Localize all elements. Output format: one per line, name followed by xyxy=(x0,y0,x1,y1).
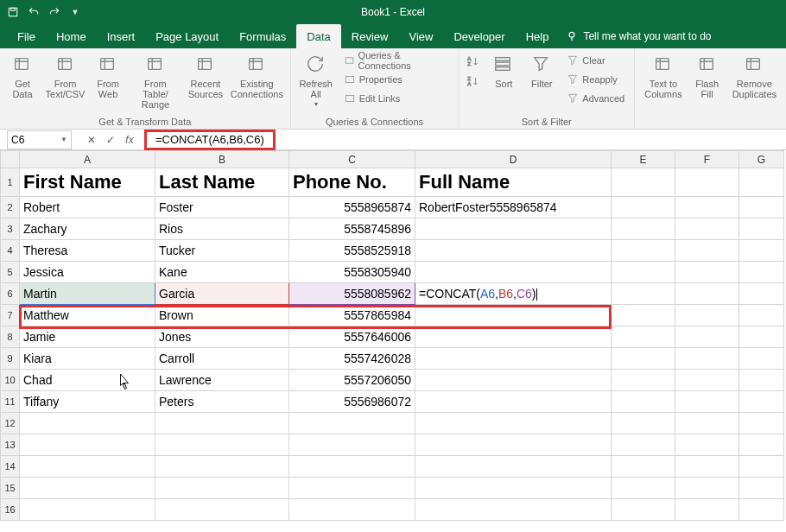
cell-F9[interactable] xyxy=(675,348,739,370)
cell-B13[interactable] xyxy=(155,434,289,456)
tab-insert[interactable]: Insert xyxy=(97,24,146,48)
cell-A3[interactable]: Zachary xyxy=(20,218,155,240)
cell-C11[interactable]: 5556986072 xyxy=(289,391,415,413)
redo-icon[interactable] xyxy=(47,4,62,20)
cell-F2[interactable] xyxy=(675,197,739,218)
cell-E3[interactable] xyxy=(612,218,675,240)
tab-view[interactable]: View xyxy=(398,24,443,48)
cell-A5[interactable]: Jessica xyxy=(20,262,155,283)
cell-D9[interactable] xyxy=(415,348,612,370)
cell-G10[interactable] xyxy=(739,370,784,391)
row-header[interactable]: 1 xyxy=(1,168,20,197)
cell-G6[interactable] xyxy=(739,283,784,305)
cell-D14[interactable] xyxy=(415,456,612,478)
cell-C8[interactable]: 5557646006 xyxy=(289,326,415,348)
cell-B10[interactable]: Lawrence xyxy=(155,370,289,391)
save-icon[interactable] xyxy=(5,4,21,20)
from-web-button[interactable]: From Web xyxy=(91,52,125,102)
cell-C13[interactable] xyxy=(289,434,415,456)
cell-A12[interactable] xyxy=(20,413,155,434)
cell-E7[interactable] xyxy=(612,305,675,326)
row-header[interactable]: 11 xyxy=(1,391,20,413)
remove-duplicates-button[interactable]: Remove Duplicates xyxy=(728,52,781,102)
cell-C4[interactable]: 5558525918 xyxy=(289,240,415,262)
cell-C6[interactable]: 5558085962 xyxy=(289,283,415,305)
cell-F15[interactable] xyxy=(675,478,739,499)
cell-C3[interactable]: 5558745896 xyxy=(289,218,415,240)
cell-E1[interactable] xyxy=(612,168,675,197)
refresh-all-button[interactable]: Refresh All▾ xyxy=(296,52,336,112)
tab-file[interactable]: File xyxy=(7,24,46,48)
cell-D16[interactable] xyxy=(415,499,612,521)
from-text-csv-button[interactable]: From Text/CSV xyxy=(43,52,87,102)
cell-F14[interactable] xyxy=(675,456,739,478)
cell-B2[interactable]: Foster xyxy=(155,197,289,218)
column-header-B[interactable]: B xyxy=(155,151,289,168)
cell-C10[interactable]: 5557206050 xyxy=(289,370,415,391)
from-table-range-button[interactable]: From Table/ Range xyxy=(129,52,182,112)
cell-E14[interactable] xyxy=(612,456,675,478)
row-header[interactable]: 15 xyxy=(1,478,20,499)
cell-A15[interactable] xyxy=(20,478,155,499)
existing-connections-button[interactable]: Existing Connections xyxy=(229,52,285,102)
undo-icon[interactable] xyxy=(26,4,41,20)
tell-me-search[interactable]: Tell me what you want to do xyxy=(566,24,711,48)
row-header[interactable]: 10 xyxy=(1,370,20,391)
cell-G5[interactable] xyxy=(739,262,784,283)
cell-C15[interactable] xyxy=(289,478,415,499)
cell-D5[interactable] xyxy=(415,262,612,283)
cell-F12[interactable] xyxy=(675,413,739,434)
cell-B15[interactable] xyxy=(155,478,289,499)
cell-E11[interactable] xyxy=(612,391,675,413)
cell-C7[interactable]: 5557865984 xyxy=(289,305,415,326)
cell-B6[interactable]: Garcia xyxy=(155,283,289,305)
cell-A10[interactable]: Chad xyxy=(20,370,155,391)
cell-D6[interactable]: =CONCAT(A6,B6,C6) xyxy=(415,283,612,305)
cell-G16[interactable] xyxy=(739,499,784,521)
cell-E10[interactable] xyxy=(612,370,675,391)
cell-D11[interactable] xyxy=(415,391,612,413)
cell-F13[interactable] xyxy=(675,434,739,456)
cell-F10[interactable] xyxy=(675,370,739,391)
name-box[interactable]: C6▼ xyxy=(7,130,72,149)
recent-sources-button[interactable]: Recent Sources xyxy=(186,52,225,102)
cell-A2[interactable]: Robert xyxy=(20,197,155,218)
tab-review[interactable]: Review xyxy=(341,24,399,48)
spreadsheet-grid[interactable]: ABCDEFG 1First NameLast NamePhone No.Ful… xyxy=(0,150,784,521)
column-header-C[interactable]: C xyxy=(289,151,415,168)
row-header[interactable]: 4 xyxy=(1,240,20,262)
advanced-button[interactable]: Advanced xyxy=(562,90,629,107)
filter-button[interactable]: Filter xyxy=(524,52,559,92)
cell-F11[interactable] xyxy=(675,391,739,413)
cell-B9[interactable]: Carroll xyxy=(155,348,289,370)
cell-D3[interactable] xyxy=(415,218,612,240)
row-header[interactable]: 3 xyxy=(1,218,20,240)
cell-E16[interactable] xyxy=(612,499,675,521)
cell-G4[interactable] xyxy=(739,240,784,262)
cell-D13[interactable] xyxy=(415,434,612,456)
cell-D4[interactable] xyxy=(415,240,612,262)
cell-C1[interactable]: Phone No. xyxy=(289,168,415,197)
cell-G14[interactable] xyxy=(739,456,784,478)
cell-C9[interactable]: 5557426028 xyxy=(289,348,415,370)
cell-B11[interactable]: Peters xyxy=(155,391,289,413)
cell-E4[interactable] xyxy=(612,240,675,262)
row-header[interactable]: 9 xyxy=(1,348,20,370)
column-header-F[interactable]: F xyxy=(675,151,739,168)
cell-G7[interactable] xyxy=(739,305,784,326)
cell-B7[interactable]: Brown xyxy=(155,305,289,326)
cell-A6[interactable]: Martin xyxy=(20,283,155,305)
select-all-button[interactable] xyxy=(1,151,20,168)
cell-B14[interactable] xyxy=(155,456,289,478)
cell-A13[interactable] xyxy=(20,434,155,456)
cell-E12[interactable] xyxy=(612,413,675,434)
cell-E15[interactable] xyxy=(612,478,675,499)
cell-G1[interactable] xyxy=(739,168,784,197)
row-header[interactable]: 13 xyxy=(1,434,20,456)
cell-G3[interactable] xyxy=(739,218,784,240)
cell-F3[interactable] xyxy=(675,218,739,240)
column-header-D[interactable]: D xyxy=(415,151,612,168)
sort-az-button[interactable]: AZ xyxy=(464,52,483,71)
text-to-columns-button[interactable]: Text to Columns xyxy=(640,52,686,102)
cell-A9[interactable]: Kiara xyxy=(20,348,155,370)
